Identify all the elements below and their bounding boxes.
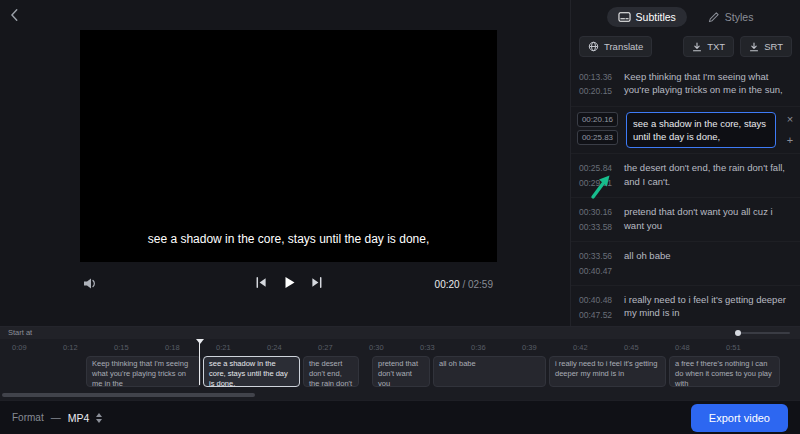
timeline-clip-text: see a shadow in the core, stays until th… [209, 359, 288, 387]
timeline-clip-text: the desert don't end, the rain don't fal… [309, 359, 352, 387]
subtitle-row-actions: × + [784, 112, 796, 149]
translate-icon [588, 41, 599, 52]
video-frame[interactable]: see a shadow in the core, stays until th… [80, 30, 497, 262]
subtitle-end-input[interactable]: 00:25.83 [577, 130, 618, 145]
ruler-tick: 0:24 [267, 343, 282, 352]
ruler-tick: 0:33 [420, 343, 435, 352]
subtitle-times: 00:13.36 00:20.15 [579, 70, 616, 99]
zoom-slider-handle[interactable] [735, 330, 741, 336]
ruler-tick: 0:51 [726, 343, 741, 352]
format-label: Format [12, 412, 44, 423]
timeline-clip[interactable]: a free f there's nothing i can do when i… [669, 356, 780, 387]
format-dash: — [51, 412, 61, 423]
skip-back-button[interactable] [254, 276, 267, 289]
chevron-left-icon [8, 8, 22, 22]
panel-tabs: Subtitles Styles [571, 0, 800, 32]
download-icon [692, 42, 702, 52]
subtitle-end: 00:33.58 [579, 220, 616, 234]
subtitle-row[interactable]: 00:40.48 00:47.52 i really need to i fee… [571, 286, 800, 330]
subtitle-times: 00:33.56 00:40.47 [579, 249, 616, 278]
timeline-clip[interactable]: pretend that don't want you [372, 356, 430, 387]
subtitle-text[interactable]: pretend that don't want you all cuz i wa… [624, 205, 792, 234]
player-controls: 00:20 / 02:59 [80, 272, 497, 298]
start-at-label: Start at [8, 328, 32, 337]
timeline-clip-selected[interactable]: see a shadow in the core, stays until th… [203, 356, 300, 387]
back-button[interactable] [8, 8, 22, 22]
subtitle-row-selected[interactable]: 00:20.16 00:25.83 see a shadow in the co… [571, 107, 800, 155]
play-button[interactable] [281, 275, 296, 290]
translate-button[interactable]: Translate [579, 36, 652, 57]
subtitle-times: 00:20.16 00:25.83 [577, 112, 618, 149]
format-select-chevron-icon[interactable] [96, 413, 102, 423]
subtitle-text[interactable]: Keep thinking that I'm seeing what you'r… [624, 70, 792, 99]
subtitle-row[interactable]: 00:33.56 00:40.47 all oh babe [571, 242, 800, 286]
subtitle-end: 00:29.01 [579, 176, 616, 190]
timeline-zoom-slider[interactable] [738, 332, 790, 334]
subtitle-overlay: see a shadow in the core, stays until th… [80, 232, 497, 246]
timeline-scrollbar[interactable] [2, 393, 255, 397]
subtitle-start: 00:30.16 [579, 205, 616, 219]
time-display: 00:20 / 02:59 [435, 279, 493, 290]
play-icon [281, 275, 296, 290]
timeline-clip[interactable]: all oh babe [433, 356, 546, 387]
add-subtitle-button[interactable]: + [787, 135, 793, 146]
timeline-clip-text: all oh babe [439, 359, 476, 368]
tab-subtitles-label: Subtitles [636, 11, 676, 23]
current-time: 00:20 [435, 279, 460, 290]
subtitle-row[interactable]: 00:13.36 00:20.15 Keep thinking that I'm… [571, 63, 800, 107]
subtitle-row[interactable]: 00:25.84 00:29.01 the desert don't end, … [571, 154, 800, 198]
tab-styles[interactable]: Styles [697, 7, 765, 27]
txt-label: TXT [707, 41, 725, 52]
download-txt-button[interactable]: TXT [683, 36, 734, 57]
download-icon [749, 42, 759, 52]
export-video-button[interactable]: Export video [691, 404, 788, 432]
timeline-clip[interactable]: the desert don't end, the rain don't fal… [303, 356, 359, 387]
skip-back-icon [254, 276, 267, 289]
timeline-clip[interactable]: i really need to i feel it's getting dee… [549, 356, 666, 387]
total-time: 02:59 [468, 279, 493, 290]
format-selector[interactable]: Format — MP4 [12, 412, 102, 424]
subtitle-times: 00:30.16 00:33.58 [579, 205, 616, 234]
ruler-tick: 0:45 [624, 343, 639, 352]
volume-button[interactable] [82, 276, 97, 291]
timeline-clips: Keep thinking that I'm seeing what you'r… [0, 354, 800, 390]
translate-label: Translate [604, 41, 643, 52]
time-separator: / [462, 279, 465, 290]
timeline-ruler[interactable]: 0:09 0:12 0:15 0:18 0:21 0:24 0:27 0:30 … [0, 339, 800, 354]
timeline: Start at 0:09 0:12 0:15 0:18 0:21 0:24 0… [0, 326, 800, 400]
subtitle-text[interactable]: i really need to i feel it's getting dee… [624, 293, 792, 322]
timeline-clip-text: a free f there's nothing i can do when i… [675, 359, 772, 387]
subtitle-text-editor[interactable]: see a shadow in the core, stays until th… [626, 112, 776, 149]
srt-label: SRT [764, 41, 783, 52]
format-value: MP4 [68, 412, 90, 424]
ruler-tick: 0:48 [675, 343, 690, 352]
ruler-tick: 0:15 [114, 343, 129, 352]
styles-icon [708, 11, 720, 23]
skip-forward-button[interactable] [310, 276, 323, 289]
subtitle-text[interactable]: the desert don't end, the rain don't fal… [624, 161, 792, 190]
tab-subtitles[interactable]: Subtitles [607, 7, 687, 27]
subtitle-row[interactable]: 00:30.16 00:33.58 pretend that don't wan… [571, 198, 800, 242]
timeline-header: Start at [0, 327, 800, 339]
subtitle-times: 00:40.48 00:47.52 [579, 293, 616, 322]
subtitle-end: 00:20.15 [579, 84, 616, 98]
ruler-tick: 0:21 [216, 343, 231, 352]
tab-styles-label: Styles [725, 11, 754, 23]
download-srt-button[interactable]: SRT [740, 36, 792, 57]
timeline-clip[interactable]: Keep thinking that I'm seeing what you'r… [86, 356, 201, 387]
ruler-tick: 0:36 [471, 343, 486, 352]
ruler-tick: 0:12 [63, 343, 78, 352]
volume-icon [82, 276, 97, 291]
ruler-tick: 0:39 [522, 343, 537, 352]
subtitle-start-input[interactable]: 00:20.16 [577, 112, 618, 127]
timeline-clip-text: pretend that don't want you [378, 359, 418, 387]
subtitle-start: 00:40.48 [579, 293, 616, 307]
playhead[interactable] [199, 339, 200, 385]
footer-bar: Format — MP4 Export video [0, 400, 800, 434]
subtitle-text[interactable]: all oh babe [624, 249, 792, 278]
delete-subtitle-button[interactable]: × [787, 114, 793, 125]
subtitle-start: 00:33.56 [579, 249, 616, 263]
timeline-clip-text: Keep thinking that I'm seeing what you'r… [92, 359, 188, 387]
subtitle-toolbar: Translate TXT SRT [571, 32, 800, 63]
ruler-tick: 0:30 [369, 343, 384, 352]
